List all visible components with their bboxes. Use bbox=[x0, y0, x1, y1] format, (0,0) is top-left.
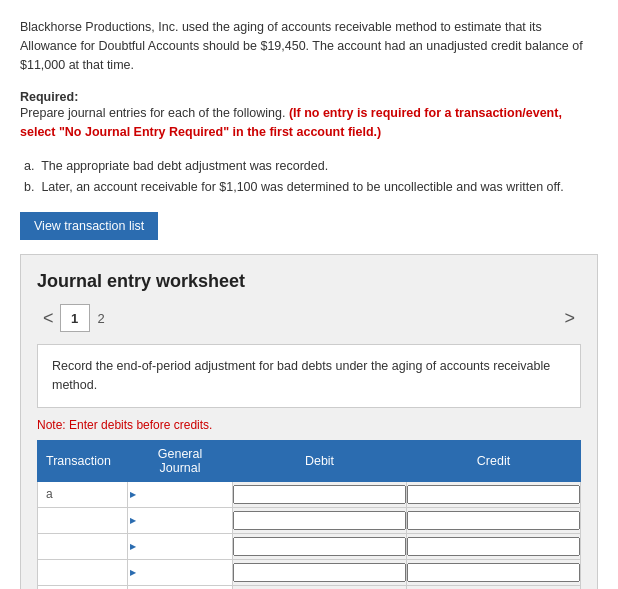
debit-input-3[interactable] bbox=[233, 563, 406, 582]
debit-input-1[interactable] bbox=[233, 511, 406, 530]
credit-cell-2[interactable] bbox=[407, 533, 581, 559]
item-a: a. The appropriate bad debt adjustment w… bbox=[24, 156, 598, 177]
instruction-box: Record the end-of-period adjustment for … bbox=[37, 344, 581, 408]
transaction-cell-1 bbox=[38, 507, 128, 533]
table-row bbox=[38, 585, 581, 589]
next-page-num: 2 bbox=[90, 311, 113, 326]
table-row bbox=[38, 507, 581, 533]
gj-cell-2[interactable] bbox=[128, 533, 233, 559]
credit-cell-1[interactable] bbox=[407, 507, 581, 533]
credit-input-1[interactable] bbox=[407, 511, 580, 530]
items-list: a. The appropriate bad debt adjustment w… bbox=[20, 156, 598, 199]
gj-input-2[interactable] bbox=[128, 534, 232, 559]
required-label: Required: bbox=[20, 90, 598, 104]
gj-cell-4[interactable] bbox=[128, 585, 233, 589]
col-header-transaction: Transaction bbox=[38, 440, 128, 481]
col-header-general-journal: General Journal bbox=[128, 440, 233, 481]
debit-input-2[interactable] bbox=[233, 537, 406, 556]
debit-cell-0[interactable] bbox=[233, 481, 407, 507]
next-arrow[interactable]: > bbox=[558, 306, 581, 331]
current-page-box[interactable]: 1 bbox=[60, 304, 90, 332]
intro-text: Blackhorse Productions, Inc. used the ag… bbox=[20, 18, 598, 74]
required-instruction: Prepare journal entries for each of the … bbox=[20, 104, 598, 142]
transaction-cell-0: a bbox=[38, 481, 128, 507]
journal-table: Transaction General Journal Debit Credit… bbox=[37, 440, 581, 589]
credit-cell-3[interactable] bbox=[407, 559, 581, 585]
credit-cell-0[interactable] bbox=[407, 481, 581, 507]
gj-input-0[interactable] bbox=[128, 482, 232, 507]
credit-input-3[interactable] bbox=[407, 563, 580, 582]
credit-input-2[interactable] bbox=[407, 537, 580, 556]
transaction-cell-4 bbox=[38, 585, 128, 589]
debit-cell-1[interactable] bbox=[233, 507, 407, 533]
col-header-debit: Debit bbox=[233, 440, 407, 481]
credit-cell-4[interactable] bbox=[407, 585, 581, 589]
worksheet-title: Journal entry worksheet bbox=[37, 271, 581, 292]
debit-input-0[interactable] bbox=[233, 485, 406, 504]
transaction-cell-2 bbox=[38, 533, 128, 559]
instruction-normal: Prepare journal entries for each of the … bbox=[20, 106, 289, 120]
gj-cell-0[interactable] bbox=[128, 481, 233, 507]
credit-input-0[interactable] bbox=[407, 485, 580, 504]
note-text: Note: Enter debits before credits. bbox=[37, 418, 581, 432]
table-row: a bbox=[38, 481, 581, 507]
gj-input-3[interactable] bbox=[128, 560, 232, 585]
table-row bbox=[38, 559, 581, 585]
gj-cell-3[interactable] bbox=[128, 559, 233, 585]
item-b: b. Later, an account receivable for $1,1… bbox=[24, 177, 598, 198]
debit-cell-3[interactable] bbox=[233, 559, 407, 585]
view-transaction-button[interactable]: View transaction list bbox=[20, 212, 158, 240]
debit-cell-2[interactable] bbox=[233, 533, 407, 559]
gj-input-1[interactable] bbox=[128, 508, 232, 533]
col-header-credit: Credit bbox=[407, 440, 581, 481]
table-row bbox=[38, 533, 581, 559]
nav-row: < 1 2 > bbox=[37, 304, 581, 332]
transaction-cell-3 bbox=[38, 559, 128, 585]
prev-arrow[interactable]: < bbox=[37, 306, 60, 331]
debit-cell-4[interactable] bbox=[233, 585, 407, 589]
worksheet-container: Journal entry worksheet < 1 2 > Record t… bbox=[20, 254, 598, 589]
gj-cell-1[interactable] bbox=[128, 507, 233, 533]
